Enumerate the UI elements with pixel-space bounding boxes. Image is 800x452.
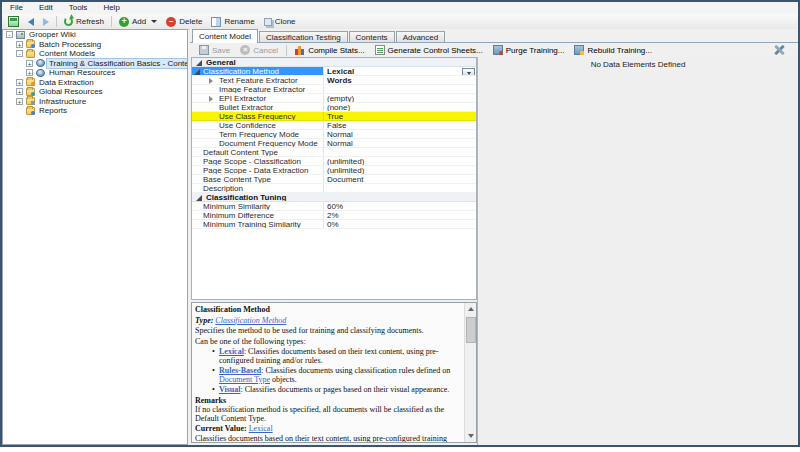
grid-row-term-frequency-mode[interactable]: Term Frequency ModeNormal [192,130,476,139]
add-button[interactable]: Add [115,15,161,29]
grid-row-minimum-difference[interactable]: Minimum Difference2% [192,211,476,220]
grid-row-page-scope-classification[interactable]: Page Scope - Classification(unlimited) [192,157,476,166]
grid-cell-name: Term Frequency Mode [192,130,323,138]
folder-open-icon [26,50,35,58]
collapsed-arrow-icon[interactable] [209,78,216,84]
grid-cell-value[interactable]: 2% [323,211,476,219]
tab-content-model[interactable]: Content Model [192,29,258,43]
grid-cell-value[interactable]: Lexical [323,67,476,75]
scrollbar-thumb[interactable] [466,317,476,343]
expand-plus-icon[interactable]: + [26,69,33,76]
description-scrollbar[interactable] [464,303,476,442]
grid-row-page-scope-data-extraction[interactable]: Page Scope - Data Extraction(unlimited) [192,166,476,175]
scroll-up-icon[interactable] [465,303,477,315]
rename-button-label: Rename [224,17,254,26]
grid-row-base-content-type[interactable]: Base Content TypeDocument [192,175,476,184]
folder-data-icon [26,78,35,86]
rebuild-training-button-label: Rebuild Training... [587,46,651,55]
grid-row-bullet-extractor[interactable]: Bullet Extractor(none) [192,103,476,112]
rename-button[interactable]: Rename [207,15,258,29]
grid-row-use-confidence[interactable]: Use ConfidenceFalse [192,121,476,130]
compile-stats-button[interactable]: Compile Stats... [291,43,368,57]
grid-cell-value[interactable] [323,148,476,156]
back-button[interactable] [24,15,38,29]
expanded-arrow-icon[interactable] [196,195,202,201]
app-icon-button[interactable] [4,15,23,29]
collapse-minus-icon[interactable]: - [16,50,23,57]
tree-item-training-classification-basics-content-model[interactable]: +Training & Classification Basics - Cont… [3,59,187,69]
forward-button[interactable] [39,15,53,29]
grid-cell-value[interactable]: False [323,121,476,129]
grid-cell-value[interactable] [323,184,476,192]
grid-category-classification-tuning[interactable]: Classification Tuning [192,193,476,202]
expand-plus-icon[interactable]: + [16,98,23,105]
grid-cell-value[interactable]: (unlimited) [323,157,476,165]
purge-training-icon [493,45,503,55]
grid-row-default-content-type[interactable]: Default Content Type [192,148,476,157]
clone-button[interactable]: Clone [260,15,300,29]
link-classification-method[interactable]: Classification Method [215,316,286,325]
expand-plus-icon[interactable]: + [26,60,33,67]
add-icon [119,17,129,27]
grid-cell-value[interactable]: True [323,112,476,120]
link-lexical[interactable]: Lexical [249,424,273,433]
menu-help[interactable]: Help [95,2,127,14]
expanded-arrow-icon[interactable] [196,60,202,66]
grid-row-document-frequency-mode[interactable]: Document Frequency ModeNormal [192,139,476,148]
grid-cell-value[interactable]: (unlimited) [323,166,476,174]
grid-row-minimum-training-similarity[interactable]: Minimum Training Similarity0% [192,220,476,229]
expand-plus-icon[interactable]: + [16,79,23,86]
grid-row-use-class-frequency[interactable]: Use Class FrequencyTrue [192,112,476,121]
grid-cell-value[interactable]: Normal [323,139,476,147]
scroll-down-icon[interactable] [465,430,477,442]
expand-plus-icon[interactable]: + [16,41,23,48]
grid-name-label: Minimum Training Similarity [203,220,301,228]
app-window: FileEditToolsHelp RefreshAddDeleteRename… [0,0,800,447]
text-segment: Current Value: [195,424,249,433]
grid-row-minimum-similarity[interactable]: Minimum Similarity60% [192,202,476,211]
grid-cell-value[interactable]: (empty) [323,94,476,102]
purge-training-button-label: Purge Training... [506,46,565,55]
grid-cell-value[interactable]: Document [323,175,476,183]
menu-tools[interactable]: Tools [61,2,96,14]
description-paragraph: Remarks [195,397,462,406]
grid-name-label: Classification Tuning [206,193,286,201]
dropdown-caret-icon[interactable] [151,20,157,23]
main-toolbar: RefreshAddDeleteRenameClone [2,14,798,30]
grid-cell-value[interactable] [323,85,476,93]
menu-file[interactable]: File [2,2,31,14]
expanded-arrow-icon[interactable] [194,69,200,75]
configure-button[interactable] [769,43,790,57]
menu-edit[interactable]: Edit [31,2,61,14]
link-visual[interactable]: Visual [219,385,241,394]
dropdown-button[interactable] [462,68,475,76]
text-segment: Specifies the method to be used for trai… [195,326,424,335]
grid-row-text-feature-extractor[interactable]: Text Feature ExtractorWords [192,76,476,85]
folder-infra-icon [26,97,35,105]
grid-cell-value[interactable]: Words [323,76,476,84]
link-document-type[interactable]: Document Type [219,375,270,384]
grid-row-classification-method[interactable]: Classification MethodLexical [192,67,476,76]
tab-strip: Content ModelClassification TestingConte… [192,29,446,43]
tree-item-label: Batch Processing [37,40,103,50]
grid-row-image-feature-extractor[interactable]: Image Feature Extractor [192,85,476,94]
collapsed-arrow-icon[interactable] [209,96,216,102]
grid-cell-value[interactable]: 60% [323,202,476,210]
grid-cell-value[interactable]: (none) [323,103,476,111]
property-grid: GeneralClassification MethodLexicalText … [191,57,477,300]
rebuild-training-button[interactable]: Rebuild Training... [570,43,655,57]
rename-icon [211,17,221,27]
grid-cell-value[interactable]: Normal [323,130,476,138]
generate-control-sheets-button[interactable]: Generate Control Sheets... [371,43,487,57]
grid-category-general[interactable]: General [192,58,476,67]
tree-item-content-models[interactable]: -Content Models [3,49,187,59]
refresh-button[interactable]: Refresh [60,15,108,29]
purge-training-button[interactable]: Purge Training... [489,43,569,57]
collapse-minus-icon[interactable]: - [6,31,13,38]
grid-row-description[interactable]: Description [192,184,476,193]
grid-row-epi-extractor[interactable]: EPI Extractor(empty) [192,94,476,103]
grid-cell-value[interactable]: 0% [323,220,476,228]
expand-plus-icon[interactable]: + [16,88,23,95]
tree-item-reports[interactable]: Reports [3,106,187,116]
delete-button[interactable]: Delete [162,15,206,29]
